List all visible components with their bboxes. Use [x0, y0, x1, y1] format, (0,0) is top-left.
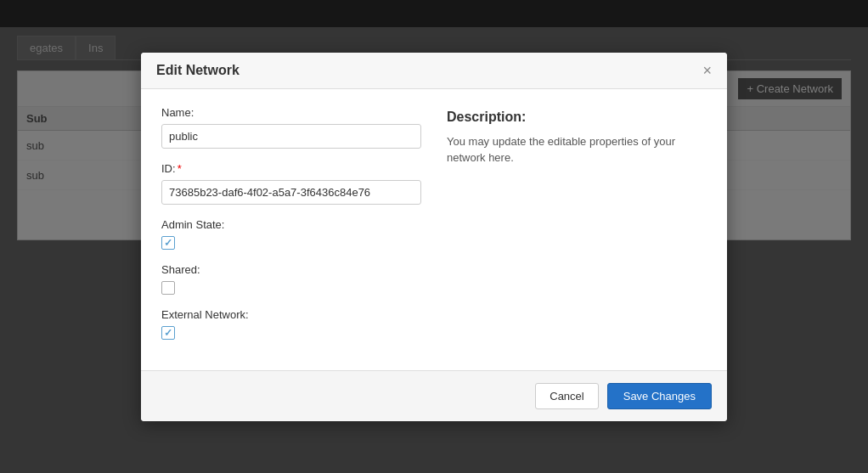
shared-checkbox-wrapper — [161, 281, 421, 295]
admin-state-checkbox[interactable]: ✓ — [161, 236, 175, 250]
shared-checkbox[interactable] — [161, 281, 175, 295]
external-network-checkbox[interactable]: ✓ — [161, 326, 175, 340]
admin-state-checkbox-wrapper: ✓ — [161, 236, 421, 250]
external-network-checkmark: ✓ — [164, 327, 172, 339]
modal-overlay: Edit Network × Name: ID:* — [0, 0, 868, 473]
admin-state-group: Admin State: ✓ — [161, 218, 421, 250]
required-star: * — [178, 162, 182, 175]
description-title: Description: — [447, 110, 707, 125]
modal-form: Name: ID:* Admin State: ✓ — [161, 106, 421, 353]
name-label: Name: — [161, 106, 421, 119]
external-network-label: External Network: — [161, 308, 421, 321]
description-text: You may update the editable properties o… — [447, 133, 707, 166]
modal-body: Name: ID:* Admin State: ✓ — [141, 89, 727, 370]
external-network-group: External Network: ✓ — [161, 308, 421, 340]
shared-group: Shared: — [161, 263, 421, 295]
edit-network-modal: Edit Network × Name: ID:* — [141, 53, 727, 421]
modal-footer: Cancel Save Changes — [141, 370, 727, 421]
external-network-checkbox-wrapper: ✓ — [161, 326, 421, 340]
admin-state-label: Admin State: — [161, 218, 421, 231]
modal-header: Edit Network × — [141, 53, 727, 89]
modal-close-button[interactable]: × — [702, 63, 712, 78]
id-input[interactable] — [161, 180, 421, 205]
name-input[interactable] — [161, 124, 421, 149]
id-field-group: ID:* — [161, 162, 421, 205]
shared-label: Shared: — [161, 263, 421, 276]
admin-state-checkmark: ✓ — [164, 237, 172, 249]
id-label: ID:* — [161, 162, 421, 175]
modal-title: Edit Network — [156, 63, 240, 78]
save-changes-button[interactable]: Save Changes — [607, 383, 712, 409]
modal-description: Description: You may update the editable… — [447, 106, 707, 353]
name-field-group: Name: — [161, 106, 421, 149]
cancel-button[interactable]: Cancel — [535, 383, 598, 409]
